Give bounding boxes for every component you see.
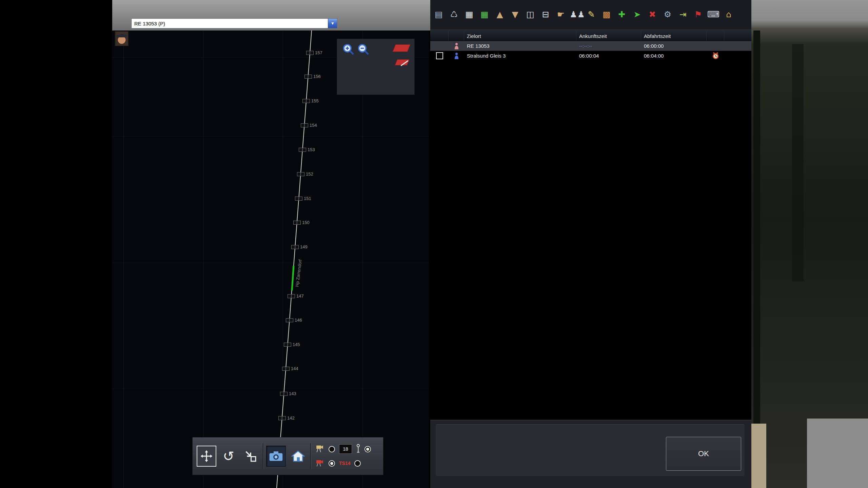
row-checkbox-cell xyxy=(430,51,449,61)
timetable-toolbar: ▤♺▦▦▲▼◫⊟☛♟♟✎▩✚➤✖⚙⇥⚑⌨⌂ xyxy=(430,0,751,31)
row-checkbox[interactable] xyxy=(436,52,443,59)
keyboard-icon[interactable]: ⌨ xyxy=(707,8,720,21)
scene-post xyxy=(753,30,760,488)
track-marker[interactable]: 144 xyxy=(282,366,298,371)
track-marker-box xyxy=(306,51,314,55)
row-icon-cell xyxy=(449,51,464,61)
track-marker[interactable]: 149 xyxy=(291,245,308,249)
camera-icon xyxy=(269,451,283,462)
goto-object-button[interactable] xyxy=(241,446,260,467)
signal-red-icon[interactable] xyxy=(393,44,411,52)
grid-icon[interactable]: ▦ xyxy=(463,8,476,21)
alarm-icon[interactable] xyxy=(712,52,719,60)
background-scene-right xyxy=(751,0,868,488)
move-up-icon[interactable]: ▲ xyxy=(493,8,506,21)
route-exit-icon[interactable]: ⇥ xyxy=(676,8,689,21)
zoom-in-button[interactable] xyxy=(342,43,355,57)
track-marker-label: 152 xyxy=(306,172,313,176)
hand-icon[interactable]: ☛ xyxy=(554,8,567,21)
pan-icon xyxy=(200,450,213,463)
depot-icon[interactable]: ⌂ xyxy=(722,8,735,21)
track-marker[interactable]: 155 xyxy=(302,99,319,103)
route-settings-icon[interactable]: ⚙ xyxy=(661,8,674,21)
track-marker[interactable]: 150 xyxy=(293,220,310,225)
track-marker-box xyxy=(299,148,306,152)
split-horizontal-icon[interactable]: ◫ xyxy=(524,8,537,21)
footer-inset: OK xyxy=(436,424,745,476)
color-grid-icon[interactable]: ▩ xyxy=(600,8,613,21)
delete-icon[interactable]: ♺ xyxy=(448,8,460,21)
home-icon xyxy=(291,450,305,462)
track-marker-box xyxy=(293,221,301,225)
track-marker-label: 154 xyxy=(310,123,317,127)
grid-active-icon[interactable]: ▦ xyxy=(478,8,491,21)
route-forward-icon[interactable]: ➤ xyxy=(631,8,644,21)
timetable-header: Zielort Ankunftszeit Abfahrtszeit xyxy=(430,31,751,41)
col-ankunftszeit[interactable]: Ankunftszeit xyxy=(576,31,641,41)
track-marker-box xyxy=(278,416,286,420)
track-marker[interactable]: 156 xyxy=(304,74,321,79)
goto-object-icon xyxy=(244,450,257,462)
pan-view-button[interactable] xyxy=(197,446,216,467)
ok-button[interactable]: OK xyxy=(666,437,741,471)
train-select[interactable]: RE 13053 (P) ▼ xyxy=(131,18,337,28)
track-marker[interactable]: 146 xyxy=(286,318,302,322)
zoom-out-button[interactable] xyxy=(357,43,370,57)
camera-radio-1[interactable] xyxy=(329,446,335,452)
camera-view-button[interactable] xyxy=(266,446,286,467)
move-down-icon[interactable]: ▼ xyxy=(509,8,521,21)
timetable-row[interactable]: Stralsund Gleis 306:00:0406:04:00 xyxy=(430,51,751,61)
scene-post xyxy=(792,44,804,281)
track-occupied-segment xyxy=(292,266,294,290)
camera-radio-2[interactable] xyxy=(364,446,371,452)
save-icon[interactable]: ▤ xyxy=(432,8,445,21)
track-marker-label: 146 xyxy=(295,318,302,322)
driver-avatar[interactable] xyxy=(115,31,129,46)
red-camera-icon[interactable] xyxy=(315,458,324,469)
toolbar-separator xyxy=(263,443,264,469)
route-delete-icon[interactable]: ✖ xyxy=(646,8,659,21)
track-marker[interactable]: 143 xyxy=(280,391,296,396)
edit-chart-icon[interactable]: ✎ xyxy=(585,8,598,21)
chevron-down-icon[interactable]: ▼ xyxy=(328,19,337,28)
panel-footer: OK xyxy=(430,420,751,488)
track-marker[interactable]: 154 xyxy=(301,123,317,127)
track-marker-label: 147 xyxy=(296,294,304,298)
route-insert-icon[interactable]: ✚ xyxy=(615,8,628,21)
track-marker[interactable]: 153 xyxy=(299,147,315,152)
timetable-panel: ▤♺▦▦▲▼◫⊟☛♟♟✎▩✚➤✖⚙⇥⚑⌨⌂ Zielort Ankunftsze… xyxy=(430,0,751,488)
ts-label: TS14 xyxy=(339,461,350,466)
track-marker[interactable]: 147 xyxy=(288,294,304,298)
track-marker-box xyxy=(291,245,299,249)
staff-icon[interactable]: ♟♟ xyxy=(570,8,583,21)
timetable-body: RE 13053--:--:--06:00:00Stralsund Gleis … xyxy=(430,41,751,420)
col-zielort[interactable]: Zielort xyxy=(464,31,576,41)
col-abfahrtszeit[interactable]: Abfahrtszeit xyxy=(641,31,707,41)
track-marker[interactable]: 145 xyxy=(284,342,300,347)
camera-radio-3[interactable] xyxy=(329,460,335,467)
camera-radio-4[interactable] xyxy=(354,460,361,467)
col-spacer xyxy=(449,31,464,41)
track-marker[interactable]: 157 xyxy=(306,50,322,55)
track-marker[interactable]: 152 xyxy=(297,172,313,176)
driver-face-icon xyxy=(115,32,129,46)
track-marker-label: 155 xyxy=(311,99,319,103)
track-marker[interactable]: 151 xyxy=(295,196,311,201)
home-view-button[interactable] xyxy=(288,446,308,467)
timetable-row[interactable]: RE 13053--:--:--06:00:00 xyxy=(430,41,751,51)
row-abfahrtszeit: 06:00:00 xyxy=(641,41,707,51)
toolbar-separator xyxy=(310,443,311,469)
camera-number-field[interactable]: 18 xyxy=(339,444,352,454)
track-marker-label: 150 xyxy=(302,220,310,225)
tripod-camera-icon[interactable] xyxy=(315,444,324,454)
track-marker-label: 143 xyxy=(289,391,296,396)
rotate-view-button[interactable]: ↺ xyxy=(219,446,238,467)
map-panel[interactable]: 1571561551541531521511501491471461451441… xyxy=(112,30,429,488)
track-marker-label: 157 xyxy=(315,50,322,55)
camera-toolbar: ↺ xyxy=(192,437,383,475)
flag-icon[interactable]: ⚑ xyxy=(692,8,705,21)
zoom-out-icon xyxy=(357,43,370,56)
track-marker[interactable]: 142 xyxy=(278,416,295,420)
split-vertical-icon[interactable]: ⊟ xyxy=(539,8,552,21)
track-marker-label: 145 xyxy=(293,342,300,347)
